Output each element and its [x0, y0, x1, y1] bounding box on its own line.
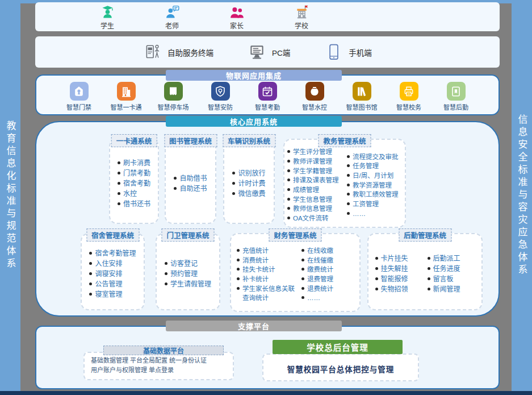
terminal-kiosk: 自助服务终端	[143, 43, 213, 62]
bullet-text: 留言板	[433, 274, 454, 284]
iot-water: 智慧水控	[292, 82, 337, 111]
bullet-item: 寝室管理	[89, 289, 136, 300]
user-label: 家长	[230, 20, 244, 30]
bullet-item: 借书还书	[118, 199, 150, 209]
user-label: 老师	[165, 20, 179, 30]
bullet-item: 在线催缴	[301, 256, 354, 265]
bullet-dot	[428, 277, 430, 280]
bullet-item: 日/周、月计划	[347, 171, 402, 181]
bullet-text: 缴费统计	[307, 265, 333, 275]
system-card-title: 后勤管理系统	[399, 228, 451, 242]
bullet-item: 刷卡消费	[118, 158, 150, 168]
iot-label: 智慧考勤	[255, 102, 280, 111]
bullet-item: 水控	[118, 189, 150, 199]
bullet-text: 学生评分管理	[293, 147, 332, 157]
pc-icon	[248, 43, 267, 62]
bullet-text: 流程提交及审批	[353, 152, 399, 162]
bullet-dot	[347, 174, 350, 177]
bullet-item: 宿舍考勤	[118, 178, 150, 189]
bullet-text: 补卡统计	[242, 275, 269, 284]
user-parents: 家长	[219, 4, 255, 30]
bullet-text: 任务进度	[433, 264, 460, 274]
bullet-text: 学生学籍管理	[293, 167, 332, 176]
bullet-item: 挂失解挂	[375, 264, 425, 274]
bullet-dot	[375, 257, 378, 260]
teacher-icon	[164, 4, 181, 20]
iot-label: 智慧安防	[208, 102, 233, 111]
bullet-dot	[301, 277, 304, 280]
bullet-text: 新闻管理	[433, 284, 460, 294]
bullet-item: 失物招领	[375, 284, 425, 294]
bullet-item: 学生信息管理	[287, 195, 345, 205]
bullet-item: 教职工绩效管理	[347, 190, 402, 199]
system-item-list: 学生评分管理教师评课管理学生学籍管理排课及课表管理成绩管理学生信息管理教师信息管…	[287, 147, 345, 223]
bullet-dot	[375, 267, 378, 270]
bullet-dot	[287, 217, 290, 219]
bullet-dot	[301, 268, 304, 271]
system-item-list: 访客登记预约管理学生请假管理	[165, 259, 211, 289]
system-item-list: 流程提交及审批任务管理日/周、月计划教学资源管理教职工绩效管理工资管理……	[347, 152, 402, 219]
iot-security: 智慧安防	[198, 82, 242, 111]
bullet-dot	[118, 161, 120, 164]
bullet-dot	[89, 282, 92, 285]
users-panel: 学生 老师 家长	[35, 2, 500, 31]
bullet-text: 预约管理	[170, 269, 198, 279]
bullet-text: 挂失解挂	[381, 264, 408, 274]
bullet-item: 流程提交及审批	[347, 152, 402, 162]
bullet-dot	[347, 164, 350, 167]
system-card-gate: 门卫管理系统 访客登记预约管理学生请假管理	[156, 233, 220, 310]
iot-icon-row: 智慧门禁 智慧一卡通	[36, 76, 499, 111]
bullet-dot	[375, 277, 378, 280]
bullet-dot	[232, 192, 235, 195]
base-data-platform-title: 基础数据平台	[103, 346, 224, 355]
bullet-item: 学生家长信息关联查询统计	[237, 284, 299, 303]
user-teacher: 老师	[154, 4, 190, 30]
bullet-item: ……	[301, 293, 354, 303]
iot-label: 智慧图书馆	[346, 102, 378, 111]
bullet-dot	[347, 202, 350, 205]
bullet-item: 任务管理	[347, 161, 402, 171]
bullet-item: 访客登记	[165, 259, 211, 269]
bullet-dot	[232, 172, 235, 174]
bullet-dot	[287, 169, 290, 172]
bullet-dot	[428, 288, 430, 290]
bullet-dot	[287, 198, 290, 201]
bullet-text: 教师信息管理	[293, 204, 332, 214]
iot-label: 智慧停车场	[158, 102, 189, 111]
system-card-library: 图书管理系统 自助借书自助还书	[165, 139, 216, 224]
bullet-text: 自助还书	[179, 184, 207, 194]
bullet-item: 充值统计	[237, 246, 299, 256]
bullet-dot	[301, 249, 304, 252]
bullet-dot	[237, 259, 240, 261]
bullet-text: 后勤派工	[433, 253, 460, 264]
iot-label: 智慧校务	[396, 102, 421, 111]
bullet-item: 留言板	[428, 274, 475, 284]
system-item-list: 卡片挂失挂失解挂智能报修失物招领	[375, 253, 425, 294]
admin-backend-card: 智慧校园平台总体把控与管理	[262, 354, 419, 381]
bullet-text: 公告管理	[95, 279, 122, 289]
terminals-panel: 自助服务终端 PC端 手机端	[35, 36, 500, 68]
core-panel: 一卡通系统 刷卡消费门禁考勤宿舍考勤水控借书还书 图书管理系统 自助借书自助还书…	[35, 121, 500, 317]
system-card-title: 车辆识别系统	[223, 134, 275, 147]
bullet-item: 识别放行	[232, 168, 265, 178]
bullet-text: 智能报修	[381, 274, 408, 284]
bullet-dot	[347, 155, 350, 158]
bullet-dot	[118, 182, 120, 185]
system-card-title: 教务管理系统	[318, 134, 371, 147]
system-card-title: 一卡通系统	[111, 134, 157, 147]
bullet-text: 卡片挂失	[381, 253, 408, 264]
bullet-dot	[237, 268, 240, 271]
bullet-dot	[347, 184, 350, 186]
logistics-clipboard-icon	[447, 82, 466, 101]
bullet-item: 在线收缴	[301, 246, 354, 256]
bullet-text: 成绩管理	[293, 185, 319, 195]
bullet-dot	[287, 188, 290, 191]
support-banner: 支撑平台	[166, 321, 342, 331]
kiosk-icon	[143, 43, 162, 62]
system-card-academic: 教务管理系统 学生评分管理教师评课管理学生学籍管理排课及课表管理成绩管理学生信息…	[283, 139, 406, 228]
iot-label: 智慧门禁	[66, 102, 91, 111]
bullet-item: 宿舍考勤管理	[89, 248, 136, 259]
iot-logistics: 智慧后勤	[434, 82, 478, 111]
system-card-dormitory: 宿舍管理系统 宿舍考勤管理入住安排调寝安排公告管理寝室管理	[81, 233, 145, 310]
bullet-item: 消费统计	[237, 256, 299, 265]
